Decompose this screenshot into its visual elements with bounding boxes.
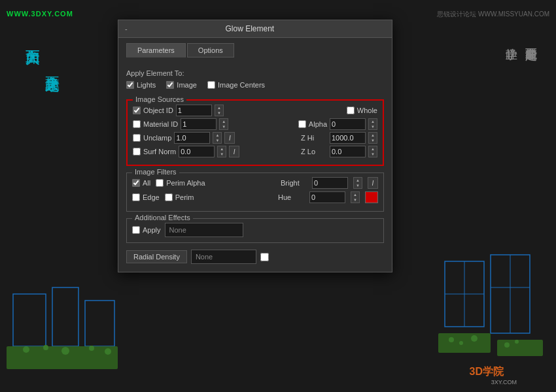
perim-checkbox[interactable] xyxy=(165,193,173,201)
svg-rect-14 xyxy=(52,287,78,346)
material-id-spinner[interactable]: ▲ ▼ xyxy=(219,118,228,130)
alpha-checkbox[interactable] xyxy=(298,120,306,128)
effects-dropdown[interactable]: None xyxy=(165,223,243,237)
hue-spin-up[interactable]: ▲ xyxy=(351,192,359,197)
bright-input[interactable] xyxy=(312,177,348,189)
hue-spinner[interactable]: ▲ ▼ xyxy=(351,191,360,203)
bright-i-button[interactable]: I xyxy=(368,177,378,189)
bright-spinner[interactable]: ▲ ▼ xyxy=(353,177,362,189)
filter-row-1: All Perim Alpha Bright ▲ ▼ I xyxy=(132,177,378,189)
apply-effect-checkbox[interactable] xyxy=(132,226,140,234)
image-centers-checkbox-item: Image Centers xyxy=(207,81,265,89)
image-centers-checkbox[interactable] xyxy=(207,81,215,89)
object-id-spin-up[interactable]: ▲ xyxy=(215,105,223,110)
material-id-label: Material ID xyxy=(143,120,178,128)
svg-rect-15 xyxy=(85,301,114,346)
z-hi-spin-up[interactable]: ▲ xyxy=(369,133,377,138)
surf-norm-row: Surf Norm ▲ ▼ I Z Lo ▲ ▼ xyxy=(133,146,377,157)
material-id-spin-down[interactable]: ▼ xyxy=(220,124,228,129)
z-lo-spin-up[interactable]: ▲ xyxy=(369,146,377,152)
all-checkbox[interactable] xyxy=(132,179,140,187)
additional-effects-section: Additional Effects Apply None xyxy=(126,218,384,243)
dialog-title: Glow Element xyxy=(128,24,372,33)
wireframe-scene-right xyxy=(438,248,543,366)
object-id-checkbox[interactable] xyxy=(133,106,141,114)
image-sources-section: Image Sources Object ID 1 ▲ ▼ Whole xyxy=(126,99,384,166)
z-hi-input[interactable] xyxy=(330,132,366,144)
radial-density-row: Radial Density None xyxy=(126,250,384,264)
z-hi-spinner[interactable]: ▲ ▼ xyxy=(368,132,377,144)
hue-input[interactable] xyxy=(309,191,345,203)
svg-point-17 xyxy=(23,346,29,353)
hue-spin-down[interactable]: ▼ xyxy=(351,197,359,203)
unclamp-label: Unclamp xyxy=(143,134,171,142)
bright-spin-down[interactable]: ▼ xyxy=(354,183,362,188)
edge-checkbox[interactable] xyxy=(132,193,140,201)
z-hi-spin-down[interactable]: ▼ xyxy=(369,138,377,143)
glow-element-dialog: - Glow Element Parameters Options Apply … xyxy=(118,20,392,272)
image-checkbox[interactable] xyxy=(166,81,174,89)
material-id-input[interactable] xyxy=(181,118,217,130)
lights-checkbox[interactable] xyxy=(126,81,134,89)
alpha-label: Alpha xyxy=(309,120,327,128)
unclamp-spin-down[interactable]: ▼ xyxy=(213,138,221,143)
svg-point-10 xyxy=(471,335,478,342)
watermark-left: WWW.3DXY.COM xyxy=(7,10,73,18)
svg-point-12 xyxy=(515,340,519,344)
surf-norm-i-button[interactable]: I xyxy=(229,146,239,157)
whole-checkbox[interactable] xyxy=(347,106,355,114)
object-id-input[interactable]: 1 xyxy=(176,105,212,116)
unclamp-checkbox[interactable] xyxy=(133,134,141,142)
tab-parameters[interactable]: Parameters xyxy=(126,43,186,57)
whole-checkbox-item: Whole xyxy=(347,106,377,114)
surf-norm-checkbox[interactable] xyxy=(133,148,141,155)
material-id-spin-up[interactable]: ▲ xyxy=(220,119,228,124)
svg-point-20 xyxy=(89,346,94,351)
alpha-spinner[interactable]: ▲ ▼ xyxy=(368,118,377,130)
alpha-checkbox-item: Alpha xyxy=(298,120,327,128)
z-lo-input[interactable] xyxy=(330,146,366,157)
radial-density-button[interactable]: Radial Density xyxy=(126,250,187,263)
material-id-checkbox[interactable] xyxy=(133,120,141,128)
logo-3d: 3D学院 xyxy=(470,365,504,379)
object-id-spinner[interactable]: ▲ ▼ xyxy=(215,105,224,116)
unclamp-i-button[interactable]: I xyxy=(224,132,235,144)
logo-sub: 3XY.COM xyxy=(491,379,517,385)
perim-checkbox-item: Perim xyxy=(165,193,194,201)
perim-alpha-checkbox[interactable] xyxy=(156,179,164,187)
additional-effects-label: Additional Effects xyxy=(132,214,193,221)
whole-label: Whole xyxy=(357,106,377,114)
svg-point-19 xyxy=(61,347,69,355)
unclamp-input[interactable] xyxy=(174,132,210,144)
svg-point-21 xyxy=(105,348,111,355)
perim-label: Perim xyxy=(175,193,194,201)
apply-checkboxes: Lights Image Image Centers xyxy=(126,81,384,89)
alpha-spin-up[interactable]: ▲ xyxy=(369,119,377,124)
hue-color-swatch[interactable] xyxy=(365,191,378,203)
edge-checkbox-item: Edge xyxy=(132,193,160,201)
unclamp-spin-up[interactable]: ▲ xyxy=(213,133,221,138)
all-checkbox-item: All xyxy=(132,179,150,187)
z-lo-spinner[interactable]: ▲ ▼ xyxy=(368,146,377,157)
bright-label: Bright xyxy=(281,179,307,187)
surf-norm-input[interactable] xyxy=(179,146,215,157)
image-checkbox-item: Image xyxy=(166,81,197,89)
bright-spin-up[interactable]: ▲ xyxy=(354,178,362,183)
apply-element-label: Apply Element To: xyxy=(126,69,384,77)
surf-norm-spinner[interactable]: ▲ ▼ xyxy=(217,146,226,157)
surf-norm-spin-down[interactable]: ▼ xyxy=(218,152,226,157)
object-id-label: Object ID xyxy=(143,106,173,114)
surf-norm-spin-up[interactable]: ▲ xyxy=(218,146,226,152)
unclamp-spinner[interactable]: ▲ ▼ xyxy=(213,132,222,144)
z-lo-spin-down[interactable]: ▼ xyxy=(369,152,377,157)
alpha-input[interactable] xyxy=(330,118,366,130)
tab-options[interactable]: Options xyxy=(187,43,234,57)
alpha-spin-down[interactable]: ▼ xyxy=(369,124,377,129)
image-filters-section: Image Filters All Perim Alpha Bright ▲ ▼ xyxy=(126,172,384,212)
radial-density-dropdown[interactable]: None xyxy=(191,250,256,264)
lights-checkbox-item: Lights xyxy=(126,81,156,89)
all-label: All xyxy=(143,179,150,187)
object-id-checkbox-item: Object ID xyxy=(133,106,173,114)
object-id-spin-down[interactable]: ▼ xyxy=(215,110,223,116)
radial-density-checkbox[interactable] xyxy=(260,253,269,261)
